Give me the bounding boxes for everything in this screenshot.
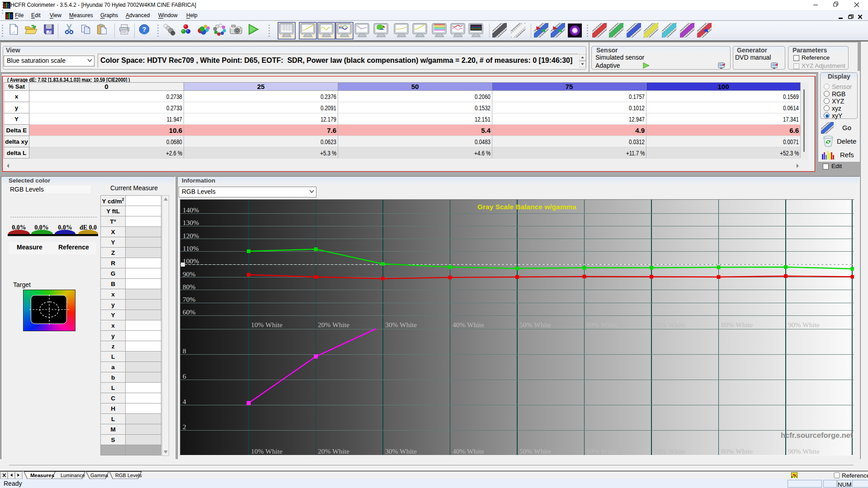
svg-text:6: 6 [183, 372, 186, 380]
svg-text:Gamma: Gamma [90, 473, 108, 478]
svg-text:2: 2 [183, 423, 186, 431]
svg-text:hcfr.sourceforge.net: hcfr.sourceforge.net [781, 431, 853, 439]
svg-text:70%: 70% [183, 296, 196, 303]
svg-text:Gray Scale Balance w/gamma: Gray Scale Balance w/gamma [477, 203, 576, 211]
svg-text:60% White: 60% White [586, 447, 618, 455]
svg-text:30% White: 30% White [385, 447, 417, 455]
svg-text:8: 8 [183, 347, 186, 355]
svg-text:80% White: 80% White [721, 447, 753, 455]
svg-text:40% White: 40% White [453, 321, 484, 328]
svg-text:20% White: 20% White [318, 321, 349, 328]
svg-text:40% White: 40% White [453, 447, 484, 455]
svg-text:50% White: 50% White [519, 321, 551, 328]
svg-text:80% White: 80% White [721, 321, 753, 328]
svg-text:10% White: 10% White [251, 321, 283, 328]
svg-text:4: 4 [183, 398, 186, 405]
svg-text:130%: 130% [183, 219, 199, 226]
svg-text:20% White: 20% White [318, 447, 349, 455]
svg-text:100%: 100% [183, 257, 199, 265]
svg-text:30% White: 30% White [385, 321, 417, 328]
svg-text:Measures: Measures [30, 473, 54, 478]
svg-text:140%: 140% [183, 206, 199, 214]
svg-text:Reference: Reference [842, 472, 868, 479]
svg-text:80%: 80% [183, 283, 196, 291]
svg-text:90%: 90% [183, 270, 196, 278]
svg-text:90% White: 90% White [788, 447, 820, 455]
svg-text:70% White: 70% White [654, 321, 685, 328]
svg-text:90% White: 90% White [788, 321, 820, 328]
svg-text:Luminance: Luminance [61, 473, 85, 478]
svg-text:60% White: 60% White [586, 321, 618, 328]
svg-text:10% White: 10% White [251, 447, 283, 455]
svg-text:120%: 120% [183, 232, 199, 239]
svg-text:110%: 110% [183, 244, 199, 252]
svg-text:60%: 60% [183, 308, 196, 316]
svg-text:70% White: 70% White [654, 447, 685, 455]
svg-text:50% White: 50% White [519, 447, 551, 455]
svg-text:RGB Levels: RGB Levels [115, 473, 142, 478]
